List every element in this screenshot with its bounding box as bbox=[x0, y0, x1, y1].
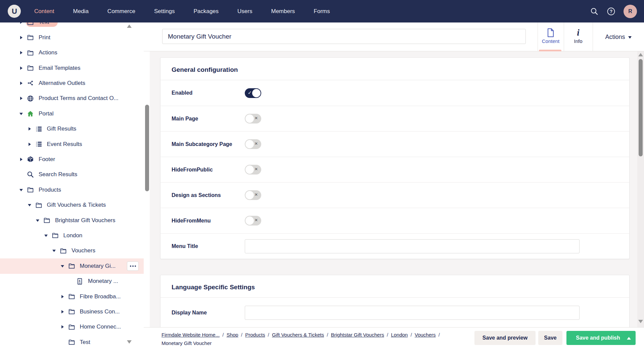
svg-text:£: £ bbox=[79, 279, 81, 283]
tree-item-gift-vouchers-tickets[interactable]: Gift Vouchers & Tickets bbox=[0, 197, 144, 213]
folder-icon bbox=[60, 247, 67, 254]
caret-right-icon[interactable] bbox=[61, 325, 65, 329]
tree-item-label: Alternative Outlets bbox=[39, 80, 85, 87]
folder-icon bbox=[35, 202, 42, 209]
caret-right-icon[interactable] bbox=[19, 36, 24, 40]
save-and-preview-button[interactable]: Save and preview bbox=[474, 331, 536, 345]
breadcrumb-link-vouchers[interactable]: Vouchers bbox=[415, 332, 436, 338]
toggle-main-page[interactable]: ✕ bbox=[245, 114, 261, 123]
tree-item-brightstar-gift-vouchers[interactable]: Brightstar Gift Vouchers bbox=[0, 213, 144, 228]
caret-down-icon[interactable] bbox=[19, 188, 24, 192]
tree-item-portal[interactable]: Portal bbox=[0, 106, 144, 121]
tree-item-print[interactable]: Print bbox=[0, 30, 144, 45]
caret-right-icon[interactable] bbox=[28, 127, 32, 131]
user-avatar[interactable]: R bbox=[624, 5, 637, 18]
property-label: Main Subcategory Page bbox=[172, 141, 245, 147]
tree-item-monetary-gi[interactable]: Monetary Gi... bbox=[0, 258, 144, 274]
caret-right-icon[interactable] bbox=[19, 66, 24, 70]
input-menu-title[interactable] bbox=[245, 239, 580, 253]
tab-info[interactable]: i Info bbox=[564, 22, 593, 51]
actions-dropdown[interactable]: Actions bbox=[593, 22, 644, 51]
pound-doc-icon: £ bbox=[76, 278, 83, 285]
caret-down-icon[interactable] bbox=[61, 264, 65, 268]
caret-down-icon[interactable] bbox=[44, 234, 48, 238]
umbraco-logo[interactable]: U bbox=[8, 5, 21, 18]
topbar-item-users[interactable]: Users bbox=[237, 8, 252, 15]
save-button[interactable]: Save bbox=[538, 331, 562, 345]
folder-icon bbox=[27, 186, 34, 193]
tree-item-test[interactable]: Test bbox=[0, 335, 144, 348]
caret-right-icon[interactable] bbox=[19, 81, 24, 85]
tree-item-vouchers[interactable]: Vouchers bbox=[0, 243, 144, 258]
tab-content[interactable]: Content bbox=[538, 22, 564, 51]
breadcrumb-separator: / bbox=[324, 332, 331, 338]
topbar-item-commerce[interactable]: Commerce bbox=[107, 8, 135, 15]
tree-scroll-up-icon[interactable] bbox=[127, 24, 132, 28]
section-rows: Display Name bbox=[160, 298, 629, 327]
breadcrumb-link-products[interactable]: Products bbox=[245, 332, 265, 338]
tree-item-alternative-outlets[interactable]: Alternative Outlets bbox=[0, 76, 144, 91]
tree-item-event-results[interactable]: 123Event Results bbox=[0, 137, 144, 152]
breadcrumb-link-firmdale-website-home[interactable]: Firmdale Website Home... bbox=[162, 332, 220, 338]
property-label: Menu Title bbox=[172, 243, 245, 249]
scroll-up-icon[interactable] bbox=[638, 53, 643, 56]
toggle-enabled[interactable]: ✓ bbox=[245, 88, 261, 98]
caret-down-icon[interactable] bbox=[52, 249, 56, 253]
caret-down-icon[interactable] bbox=[19, 112, 24, 116]
tree-item-options-button[interactable] bbox=[127, 261, 139, 271]
help-icon[interactable]: ? bbox=[607, 7, 615, 16]
breadcrumb-link-london[interactable]: London bbox=[391, 332, 408, 338]
document-name-input[interactable] bbox=[162, 29, 526, 44]
toggle-hidefrompublic[interactable]: ✕ bbox=[245, 165, 261, 175]
toggle-design-as-sections[interactable]: ✕ bbox=[245, 190, 261, 200]
tree-item-gift-results[interactable]: 123Gift Results bbox=[0, 121, 144, 137]
tree-item-business-con[interactable]: Business Con... bbox=[0, 304, 144, 319]
chevron-down-icon bbox=[628, 36, 632, 39]
tree-item-label: Brightstar Gift Vouchers bbox=[55, 217, 116, 224]
topbar-item-settings[interactable]: Settings bbox=[154, 8, 175, 15]
toggle-main-subcategory-page[interactable]: ✕ bbox=[245, 139, 261, 149]
save-and-publish-button[interactable]: Save and publish bbox=[566, 331, 636, 345]
topbar-item-media[interactable]: Media bbox=[73, 8, 89, 15]
property-row-hidefrompublic: HideFromPublic✕ bbox=[160, 157, 629, 182]
breadcrumb-link-brightstar-gift-vouchers[interactable]: Brightstar Gift Vouchers bbox=[331, 332, 384, 338]
svg-text:?: ? bbox=[610, 9, 613, 14]
tree-item-search-results[interactable]: Search Results bbox=[0, 167, 144, 182]
tree-item-footer[interactable]: Footer bbox=[0, 152, 144, 167]
caret-right-icon[interactable] bbox=[19, 96, 24, 100]
tree-item-actions[interactable]: Actions bbox=[0, 45, 144, 60]
caret-down-icon[interactable] bbox=[36, 218, 40, 222]
topbar-item-packages[interactable]: Packages bbox=[193, 8, 219, 15]
tree-item-fibre-broadba[interactable]: Fibre Broadba... bbox=[0, 289, 144, 304]
topbar-item-forms[interactable]: Forms bbox=[314, 8, 330, 15]
caret-right-icon[interactable] bbox=[61, 310, 65, 314]
toggle-hidefrommenu[interactable]: ✕ bbox=[245, 216, 261, 226]
folder-icon bbox=[27, 34, 34, 41]
topbar-item-content[interactable]: Content bbox=[34, 8, 54, 15]
tree-item-product-terms-and-contact-o[interactable]: Product Terms and Contact O... bbox=[0, 91, 144, 106]
breadcrumb-separator: / bbox=[408, 332, 415, 338]
property-row-main-page: Main Page✕ bbox=[160, 106, 629, 131]
tree-item-products[interactable]: Products bbox=[0, 182, 144, 198]
tree-item-london[interactable]: London bbox=[0, 228, 144, 243]
caret-right-icon[interactable] bbox=[61, 295, 65, 299]
caret-right-icon[interactable] bbox=[19, 51, 24, 55]
breadcrumb-link-shop[interactable]: Shop bbox=[227, 332, 238, 338]
search-icon[interactable] bbox=[590, 7, 599, 16]
breadcrumb-link-gift-vouchers-tickets[interactable]: Gift Vouchers & Tickets bbox=[272, 332, 324, 338]
tree-scroll-down-icon[interactable] bbox=[127, 340, 132, 344]
input-display-name[interactable] bbox=[245, 306, 580, 320]
sidebar-scrollbar-thumb[interactable] bbox=[145, 105, 149, 191]
folder-icon bbox=[68, 262, 75, 269]
editor-scrollbar-thumb[interactable] bbox=[639, 59, 643, 156]
caret-right-icon[interactable] bbox=[19, 157, 24, 161]
editor-header: Content i Info Actions bbox=[144, 22, 644, 51]
editor-scrollbar[interactable] bbox=[637, 51, 644, 327]
topbar-item-members[interactable]: Members bbox=[271, 8, 295, 15]
tree-item-monetary[interactable]: £Monetary ... bbox=[0, 274, 144, 289]
tree-item-home-connec[interactable]: Home Connec... bbox=[0, 319, 144, 335]
caret-down-icon[interactable] bbox=[28, 203, 32, 207]
scroll-down-icon[interactable] bbox=[638, 320, 643, 323]
tree-item-email-templates[interactable]: Email Templates bbox=[0, 60, 144, 76]
caret-right-icon[interactable] bbox=[28, 142, 32, 146]
